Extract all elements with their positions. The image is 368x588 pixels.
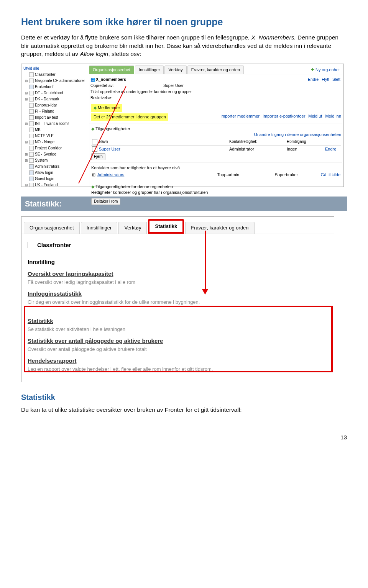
screenshot-org-unit: Utvid alle Classfronter ⊞Nasjonale CF-ad… [21,64,344,187]
import-email-link[interactable]: Importer e-postkontoer [263,113,305,121]
annotation-arrow-line [205,231,206,290]
register-link[interactable]: Meld inn [325,113,341,121]
annotation-highlight-box [24,306,333,372]
login-stats-link[interactable]: Innlogginsstatistikk [28,290,328,298]
tree-item[interactable]: ⊞INT - I want a room! [22,121,88,127]
tree-item[interactable]: ⊞Nasjonale CF-administratorer [22,78,88,84]
row-edit-link[interactable]: Endre [325,146,340,152]
label: Beskrivelse: [90,95,112,101]
unregister-link[interactable]: Meld ut [308,113,322,121]
text: , slettes osv: [108,51,141,57]
statistics-heading: Statistikk [21,392,347,403]
tree-panel: Utvid alle Classfronter ⊞Nasjonale CF-ad… [21,64,89,187]
tab-org-unit[interactable]: Organisasjonsenhet [24,222,80,234]
edit-link[interactable]: Endre [308,77,319,82]
delete-link[interactable]: Slett [332,77,340,82]
unit-rights-label: Tilgangsrettigheter for denne org.enhete… [95,184,173,189]
tree-item[interactable]: ⊞SE - Sverige [22,151,88,157]
cell: Ingen [287,146,325,152]
tree-item[interactable]: Guest login [22,176,88,182]
tab-attendance[interactable]: Fravær, karakter og orden [187,66,244,74]
import-members-link[interactable]: Importer medlemmer [220,113,260,121]
admins-link[interactable]: Administrators [97,172,217,178]
sub-text: Få oversikt over ledig lagringskapasitet… [28,279,328,286]
page-number: 13 [21,433,347,441]
detail-panel: Organisasjonsenhet Innstillinger Verktøy… [89,66,342,208]
members-count-highlight: Det er 26 medlemmer i denne gruppen [91,113,168,121]
tab-statistics[interactable]: Statistikk [148,219,184,234]
move-link[interactable]: Flytt [322,77,329,82]
tree-item[interactable]: MK [22,127,88,133]
tree-item[interactable]: NCTE VLE [22,133,88,139]
tree-item[interactable]: Classfronter [22,72,88,78]
text: Dette er et verktøy for å flytte brukere… [21,34,251,41]
col-header: Kontaktrettighet: [229,139,287,144]
screenshot-statistics: Organisasjonsenhet Innstillinger Verktøy… [21,216,334,382]
cell: Topp-admin [217,172,275,178]
higher-rights-text: Kontakter som har rettigheter fra et høy… [91,165,341,171]
storage-link[interactable]: Oversikt over lagringskapasitet [28,270,328,278]
tree-item[interactable]: ⊞System [22,157,88,164]
tab-row: Organisasjonsenhet Innstillinger Verktøy… [89,66,342,74]
members-highlight: ◆Medlemmer [91,104,122,111]
tab-attendance[interactable]: Fravær, karakter og orden [185,222,254,234]
tab-tools[interactable]: Verktøy [118,222,147,234]
col-header: Navn [99,139,229,144]
sub-text: Gir deg en oversikt over innlogginsstati… [28,299,328,306]
intro-paragraph: Dette er et verktøy for å flytte brukere… [21,33,347,58]
tab-tools[interactable]: Verktøy [164,66,186,74]
tree-item[interactable]: Ephorus-Idar [22,102,88,108]
tree-item[interactable]: Allow login [22,170,88,176]
tree-item[interactable]: Project Corridor [22,145,88,151]
label: Tillat opprettelse av underliggende: kor… [90,89,192,95]
participant-button[interactable]: Deltaker i rom [91,198,120,205]
tree-item[interactable]: Brukerkonf [22,84,88,90]
tab-org-unit[interactable]: Organisasjonsenhet [89,66,134,74]
user-link[interactable]: Super User [99,146,229,152]
unit-rights-text: Rettigheter korridorer og grupper har i … [91,190,341,195]
expand-all-link[interactable]: Utvid alle [22,66,88,72]
annotation-arrow-head [202,289,208,295]
tree-item[interactable]: ⊞DK - Danmark [22,96,88,102]
col-header: Romtilgang [287,139,340,144]
cell: Administrator [229,146,287,152]
tree-item[interactable]: FI - Finland [22,108,88,115]
checkbox[interactable] [28,242,34,248]
tab-row: Organisasjonsenhet Innstillinger Verktøy… [21,217,334,234]
tab-settings[interactable]: Innstillinger [81,222,118,234]
tree-item[interactable]: Administrators [22,164,88,170]
page-title: Classfronter [37,241,71,249]
new-org-unit-link[interactable]: ✚Ny org.enhet [309,66,342,74]
subheading: Innstilling [28,258,328,266]
text-italic: X_Nonmembers. [251,34,297,41]
rights-label: Tilgangsrettigheter [95,126,130,131]
text-italic: Allow login [80,51,108,57]
go-source-link[interactable]: Gå til kilde [321,172,340,178]
cell: Superbruker [275,172,321,178]
tab-settings[interactable]: Innstillinger [135,66,164,74]
remove-button[interactable]: Fjern [91,153,105,160]
value: Super User [163,83,184,88]
label: Opprettet av: [90,83,163,88]
tree-item[interactable]: Import av test [22,115,88,121]
unit-name: X_nonmembers [96,77,126,82]
page-title: Hent brukere som ikke hører til noen gru… [21,15,347,29]
give-access-link[interactable]: Gi andre tilgang i denne organisasjonsen… [254,132,342,138]
bottom-paragraph: Du kan ta ut ulike statistiske oversikte… [21,406,347,414]
tree-item[interactable]: ⊞DE - Deutchland [22,90,88,96]
tree-item[interactable]: ⊞NO - Norge [22,139,88,145]
